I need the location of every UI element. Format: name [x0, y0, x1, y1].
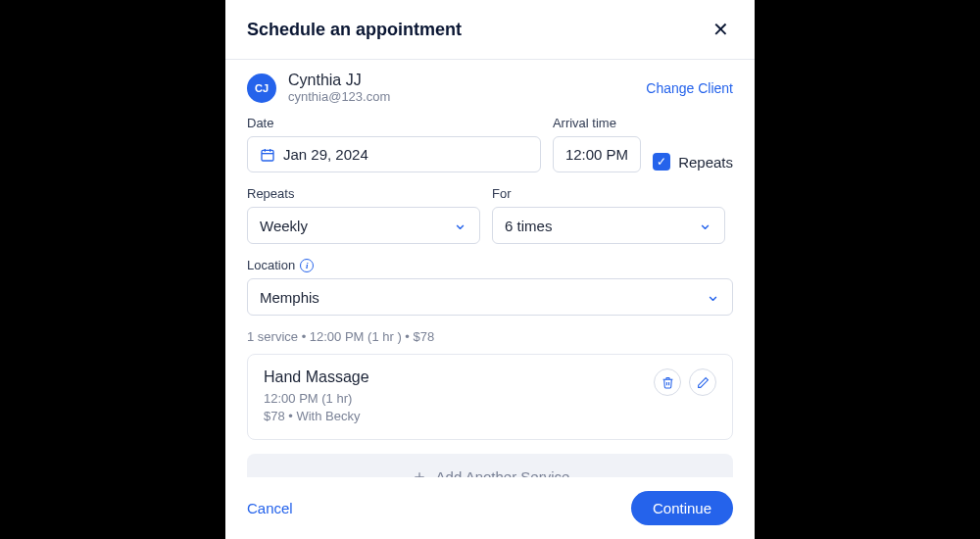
delete-service-button[interactable] [654, 368, 681, 396]
avatar: CJ [247, 74, 276, 103]
location-value: Memphis [260, 289, 698, 306]
for-label: For [492, 186, 725, 201]
date-input[interactable]: Jan 29, 2024 [247, 136, 541, 172]
service-price-staff: $78 • With Becky [264, 408, 369, 425]
arrival-time-value: 12:00 PM [565, 146, 628, 163]
client-name: Cynthia JJ [288, 72, 390, 89]
modal-footer: Cancel Continue [225, 477, 755, 539]
chevron-down-icon: ⌄ [706, 286, 720, 304]
service-actions [654, 368, 716, 396]
date-time-row: Date Jan 29, 2024 Arrival time 12:00 PM … [247, 116, 733, 172]
repeats-checkbox[interactable]: ✓ [653, 153, 670, 171]
info-icon[interactable]: i [300, 259, 314, 272]
repeats-row: Repeats Weekly ⌄ For 6 times ⌄ [247, 186, 733, 244]
modal-title: Schedule an appointment [247, 20, 462, 40]
check-icon: ✓ [657, 155, 666, 169]
trash-icon [662, 376, 674, 389]
repeats-checkbox-field: ✓ Repeats [653, 116, 733, 172]
modal-body: CJ Cynthia JJ cynthia@123.com Change Cli… [225, 60, 755, 477]
repeats-select[interactable]: Weekly ⌄ [247, 207, 480, 244]
for-select[interactable]: 6 times ⌄ [492, 207, 725, 244]
add-service-label: Add Another Service [436, 468, 570, 477]
chevron-down-icon: ⌄ [453, 215, 467, 232]
close-icon: ✕ [712, 19, 729, 40]
for-value: 6 times [505, 218, 690, 234]
repeats-frequency-field: Repeats Weekly ⌄ [247, 186, 480, 244]
repeats-checkbox-label: Repeats [678, 154, 733, 171]
location-select[interactable]: Memphis ⌄ [247, 278, 733, 316]
arrival-time-label: Arrival time [553, 116, 641, 130]
date-value: Jan 29, 2024 [283, 146, 528, 163]
service-title: Hand Massage [264, 368, 369, 386]
chevron-down-icon: ⌄ [698, 215, 712, 232]
services-summary: 1 service • 12:00 PM (1 hr ) • $78 [247, 329, 733, 344]
arrival-time-field: Arrival time 12:00 PM [553, 116, 641, 172]
service-time-duration: 12:00 PM (1 hr) [264, 390, 369, 408]
date-label: Date [247, 116, 541, 130]
arrival-time-input[interactable]: 12:00 PM [553, 136, 641, 172]
edit-service-button[interactable] [689, 368, 716, 396]
pencil-icon [697, 376, 710, 389]
client-email: cynthia@123.com [288, 89, 390, 104]
change-client-button[interactable]: Change Client [646, 80, 733, 96]
calendar-icon [260, 147, 275, 163]
for-field: For 6 times ⌄ [492, 186, 725, 244]
cancel-button[interactable]: Cancel [247, 500, 293, 516]
plus-icon: ＋ [411, 467, 428, 477]
service-card: Hand Massage 12:00 PM (1 hr) $78 • With … [247, 354, 733, 440]
location-label: Location [247, 258, 295, 272]
date-field: Date Jan 29, 2024 [247, 116, 541, 172]
close-button[interactable]: ✕ [709, 16, 733, 43]
schedule-appointment-modal: Schedule an appointment ✕ CJ Cynthia JJ … [225, 0, 755, 539]
add-another-service-button[interactable]: ＋ Add Another Service [247, 454, 733, 477]
location-field: Location i Memphis ⌄ [247, 258, 733, 316]
modal-header: Schedule an appointment ✕ [225, 0, 755, 60]
client-row: CJ Cynthia JJ cynthia@123.com Change Cli… [247, 72, 733, 116]
continue-button[interactable]: Continue [631, 491, 733, 525]
client-info: CJ Cynthia JJ cynthia@123.com [247, 72, 390, 104]
svg-rect-0 [262, 150, 273, 161]
repeats-label: Repeats [247, 186, 480, 201]
repeats-value: Weekly [260, 218, 445, 234]
